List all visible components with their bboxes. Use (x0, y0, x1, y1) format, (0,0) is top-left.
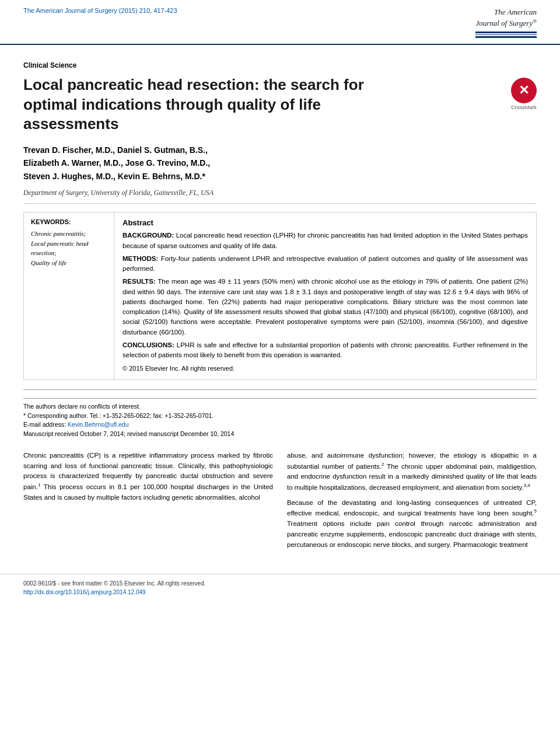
methods-label: METHODS: (123, 255, 158, 262)
background-label: BACKGROUND: (123, 232, 174, 239)
author-line1: Trevan D. Fischer, M.D., Daniel S. Gutma… (23, 144, 537, 156)
methods-text: Forty-four patients underwent LPHR and r… (123, 255, 528, 272)
body-right-para2: Because of the devastating and long-last… (287, 498, 537, 550)
authors: Trevan D. Fischer, M.D., Daniel S. Gutma… (23, 144, 537, 183)
keywords-list: Chronic pancreatitis; Local pancreatic h… (31, 229, 107, 267)
keywords-box: KEYWORDS: Chronic pancreatitis; Local pa… (24, 212, 114, 379)
article-title: Local pancreatic head resection: the sea… (23, 75, 420, 134)
keyword-4: Quality of life (31, 258, 107, 268)
body-col-left: Chronic pancreatitis (CP) is a repetitiv… (23, 451, 273, 555)
crossmark-label: CrossMark (511, 104, 537, 110)
logo-decoration (475, 32, 537, 38)
footnotes-area: The authors declare no conflicts of inte… (23, 398, 537, 445)
abstract-text: BACKGROUND: Local pancreatic head resect… (123, 231, 528, 374)
journal-reference: The American Journal of Surgery (2015) 2… (23, 7, 177, 14)
footnote-2: * Corresponding author. Tel.: +1-352-265… (23, 412, 537, 421)
results-text: The mean age was 49 ± 11 years (50% men)… (123, 278, 528, 335)
abstract-keywords-box: KEYWORDS: Chronic pancreatitis; Local pa… (23, 212, 537, 380)
footer-line2: http://dx.doi.org/10.1016/j.amjsurg.2014… (23, 588, 537, 597)
logo-text: The American Journal of Surgery® (475, 7, 537, 29)
title-row: Local pancreatic head resection: the sea… (23, 75, 537, 144)
affiliation: Department of Surgery, University of Flo… (23, 189, 537, 204)
page-footer: 0002-9610/$ - see front matter © 2015 El… (0, 574, 560, 602)
abstract-box: Abstract BACKGROUND: Local pancreatic he… (114, 212, 536, 379)
copyright: © 2015 Elsevier Inc. All rights reserved… (123, 364, 528, 374)
conclusions-label: CONCLUSIONS: (123, 341, 174, 348)
abstract-results: RESULTS: The mean age was 49 ± 11 years … (123, 277, 528, 337)
body-col-right: abuse, and autoimmune dysfunction; howev… (287, 451, 537, 555)
abstract-conclusions: CONCLUSIONS: LPHR is safe and effective … (123, 340, 528, 361)
abstract-heading: Abstract (123, 218, 528, 227)
keywords-title: KEYWORDS: (31, 218, 107, 225)
top-header: The American Journal of Surgery (2015) 2… (0, 0, 560, 45)
keyword-1: Chronic pancreatitis; (31, 229, 107, 239)
body-section: The authors declare no conflicts of inte… (23, 389, 537, 555)
journal-logo: The American Journal of Surgery® (475, 7, 537, 39)
body-right-para1: abuse, and autoimmune dysfunction; howev… (287, 451, 537, 493)
footnote-1: The authors declare no conflicts of inte… (23, 402, 537, 412)
conclusions-text: LPHR is safe and effective for a substan… (123, 341, 528, 358)
body-left-para1: Chronic pancreatitis (CP) is a repetitiv… (23, 451, 273, 503)
section-label: Clinical Science (23, 61, 537, 69)
body-columns: Chronic pancreatitis (CP) is a repetitiv… (23, 451, 537, 555)
abstract-background: BACKGROUND: Local pancreatic head resect… (123, 231, 528, 251)
author-line2: Elizabeth A. Warner, M.D., Jose G. Trevi… (23, 156, 537, 169)
footnote-3: E-mail address: Kevin.Behrns@ufl.edu (23, 420, 537, 430)
doi-link[interactable]: http://dx.doi.org/10.1016/j.amjsurg.2014… (23, 589, 146, 595)
keyword-2: Local pancreatic head (31, 239, 107, 249)
content-area: Clinical Science Local pancreatic head r… (0, 45, 560, 567)
footnote-4: Manuscript received October 7, 2014; rev… (23, 430, 537, 439)
email-link[interactable]: Kevin.Behrns@ufl.edu (68, 421, 129, 428)
crossmark-badge: ✕ CrossMark (511, 78, 537, 110)
results-label: RESULTS: (123, 278, 156, 285)
footer-line1: 0002-9610/$ - see front matter © 2015 El… (23, 579, 537, 588)
author-line3: Steven J. Hughes, M.D., Kevin E. Behrns,… (23, 170, 537, 183)
keyword-3: resection; (31, 248, 107, 258)
page-wrapper: The American Journal of Surgery (2015) 2… (0, 0, 560, 602)
background-text: Local pancreatic head resection (LPHR) f… (123, 232, 528, 249)
abstract-methods: METHODS: Forty-four patients underwent L… (123, 254, 528, 274)
